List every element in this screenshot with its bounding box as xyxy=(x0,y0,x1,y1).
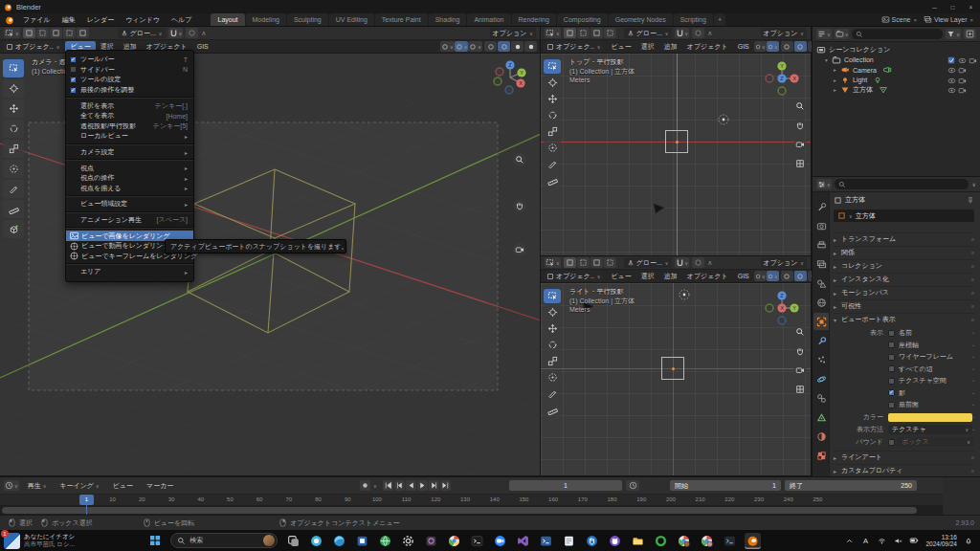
battery-button[interactable] xyxy=(908,536,920,545)
outliner-filter-dropdown[interactable]: ∨ xyxy=(835,29,850,39)
tray-clock[interactable]: 13:162024/09/24 xyxy=(925,534,957,548)
eye-toggle[interactable] xyxy=(947,77,956,85)
top-vp-mode-dropdown[interactable]: オブジェク..∨ xyxy=(544,41,603,52)
main-vp-tool-cursor[interactable] xyxy=(3,79,24,98)
prop-tab-data[interactable] xyxy=(813,408,829,426)
workspace-tab-modeling[interactable]: Modeling xyxy=(246,13,286,26)
side-vp-menu-0[interactable]: ビュー xyxy=(606,271,635,282)
top-vp-options-dropdown[interactable]: オプション∨ xyxy=(761,28,808,38)
main-vp-tool-add-cube[interactable] xyxy=(3,220,24,238)
taskbar-icon-paint-hand[interactable] xyxy=(584,533,600,549)
side-vp-tool-select-box[interactable] xyxy=(544,289,561,303)
prop-tab-world[interactable] xyxy=(813,294,829,311)
side-vp-menu-1[interactable]: 選択 xyxy=(636,271,659,282)
keying-chevron[interactable]: ∨ xyxy=(373,483,377,489)
menu-checkbox[interactable]: ✓ xyxy=(70,56,77,63)
side-vp-tool-transform[interactable] xyxy=(544,370,561,385)
taskbar-icon-settings[interactable] xyxy=(400,533,416,549)
taskbar-icon-task-view[interactable] xyxy=(285,533,301,549)
top-vp-tool-cursor[interactable] xyxy=(544,76,561,90)
section-4[interactable]: ▸モーションパス≡ xyxy=(834,286,974,298)
main-vp-select-mode-4[interactable] xyxy=(77,28,89,38)
top-vp-cube-object[interactable] xyxy=(665,130,688,153)
workspace-tab-geometry-nodes[interactable]: Geometry Nodes xyxy=(609,13,673,26)
top-vp-menu-1[interactable]: 選択 xyxy=(636,41,659,53)
prop-tab-material[interactable] xyxy=(813,428,829,445)
top-vp-active-tool-button[interactable]: ∨ xyxy=(545,28,561,38)
main-vp-mode-dropdown[interactable]: オブジェク..∨ xyxy=(3,41,62,52)
taskbar-icon-progress-ring[interactable] xyxy=(653,533,669,549)
menu-checkbox[interactable] xyxy=(70,66,77,73)
section-3[interactable]: ▸インスタンス化≡ xyxy=(834,273,974,285)
side-vp-menu-3[interactable]: オブジェクト xyxy=(682,271,733,282)
taskbar-icon-terminal[interactable] xyxy=(722,533,738,549)
top-vp-tool-scale[interactable] xyxy=(544,124,561,139)
menu-1[interactable]: 編集 xyxy=(56,13,81,27)
side-vp-tool-annotate[interactable] xyxy=(544,386,561,401)
section-bottom-0[interactable]: ▸ラインアート≡ xyxy=(834,451,974,463)
main-vp-tool-select-box[interactable] xyxy=(3,59,24,77)
view-menu-item-6[interactable]: 全てを表示[Home] xyxy=(66,111,193,121)
top-vp-select-mode-1[interactable] xyxy=(577,28,590,38)
workspace-add-tab[interactable]: + xyxy=(714,13,725,26)
side-vp-overlay-toggle-0[interactable]: ∨ xyxy=(754,271,767,281)
checkbox-名前[interactable] xyxy=(888,330,895,337)
top-vp-overlay-toggle-0[interactable]: ∨ xyxy=(754,41,767,52)
top-vp-camera-button[interactable] xyxy=(793,138,807,151)
side-vp-shading-mode-0[interactable] xyxy=(781,271,793,281)
disclosure-icon[interactable]: ▾ xyxy=(825,57,832,63)
properties-editor-dropdown[interactable]: ∨ xyxy=(816,179,832,189)
side-vp-tool-cursor[interactable] xyxy=(544,305,561,320)
side-vp-magnifier-button[interactable] xyxy=(793,325,807,339)
view-menu-item-18[interactable]: アニメーション再生[スペース] xyxy=(66,215,193,226)
main-vp-tool-rotate[interactable] xyxy=(3,120,24,138)
jump-to-end-button[interactable] xyxy=(440,480,451,491)
checkbox-座標軸[interactable] xyxy=(888,342,895,348)
jump-to-start-button[interactable] xyxy=(383,480,393,491)
menu-0[interactable]: ファイル xyxy=(17,13,56,27)
timeline-scrollbar[interactable] xyxy=(2,507,917,514)
outliner-row-Camera[interactable]: ▸Camera xyxy=(813,65,980,76)
taskbar-icon-office[interactable] xyxy=(354,533,370,549)
workspace-tab-texture-paint[interactable]: Texture Paint xyxy=(375,13,428,26)
side-vp-snap-button[interactable]: ∨ xyxy=(675,257,690,268)
timeline-menu-1[interactable]: キーイング∨ xyxy=(55,480,103,492)
main-vp-magnifier-button[interactable] xyxy=(513,153,526,166)
current-frame-field[interactable]: 1 xyxy=(509,480,622,491)
section-5[interactable]: ▸可視性≡ xyxy=(834,299,974,312)
start-button[interactable] xyxy=(147,533,164,549)
taskbar-icon-visual-studio[interactable] xyxy=(515,533,531,549)
play-reverse-button[interactable] xyxy=(406,480,416,491)
prop-tab-modifiers[interactable] xyxy=(813,332,829,349)
main-vp-orientation-dropdown[interactable]: グロー...∨ xyxy=(118,28,166,38)
main-vp-tool-annotate[interactable] xyxy=(3,180,24,198)
checkbox-テクスチャ空間[interactable] xyxy=(888,378,895,385)
camera-toggle[interactable] xyxy=(958,77,967,85)
top-vp-grid-button[interactable] xyxy=(793,157,807,170)
wifi-button[interactable] xyxy=(876,537,887,545)
side-vp-overlay-toggle-1[interactable]: ∨ xyxy=(767,271,779,281)
workspace-tab-compositing[interactable]: Compositing xyxy=(557,13,608,26)
outliner-filter-button[interactable]: ∨ xyxy=(946,29,961,39)
checkbox-影[interactable]: ✓ xyxy=(888,389,895,396)
view-menu-item-16[interactable]: ビュー領域設定▸ xyxy=(66,199,193,209)
view-layer-selector[interactable]: View Layer× xyxy=(924,15,973,24)
camera-toggle[interactable] xyxy=(958,66,967,75)
disclosure-icon[interactable]: ▸ xyxy=(834,87,840,93)
taskbar-icon-copilot[interactable] xyxy=(308,533,324,549)
top-vp-overlay-toggle-1[interactable]: ∨ xyxy=(767,41,779,52)
top-vp-select-mode-2[interactable] xyxy=(590,28,603,38)
outliner-row-シーンコレクション[interactable]: シーンコレクション xyxy=(813,45,980,55)
prop-tab-constraints[interactable] xyxy=(813,389,829,407)
view-menu-item-7[interactable]: 透視投影/平行投影テンキー[5] xyxy=(66,121,193,132)
main-vp-overlay-toggle-2[interactable]: ∨ xyxy=(468,41,482,52)
taskbar-search[interactable]: 検索 xyxy=(170,533,278,548)
outliner-row-立方体[interactable]: ▸立方体 xyxy=(813,85,980,96)
prop-tab-texture[interactable] xyxy=(813,447,829,464)
taskbar-icon-blender[interactable] xyxy=(745,533,761,549)
main-vp-menu-4[interactable]: GIS xyxy=(192,41,213,53)
main-vp-snap-button[interactable]: ∨ xyxy=(168,28,184,38)
main-vp-shading-mode-2[interactable] xyxy=(511,41,523,52)
section-bottom-1[interactable]: ▸カスタムプロパティ≡ xyxy=(834,464,974,476)
main-vp-overlay-toggle-0[interactable]: ∨ xyxy=(440,41,455,52)
